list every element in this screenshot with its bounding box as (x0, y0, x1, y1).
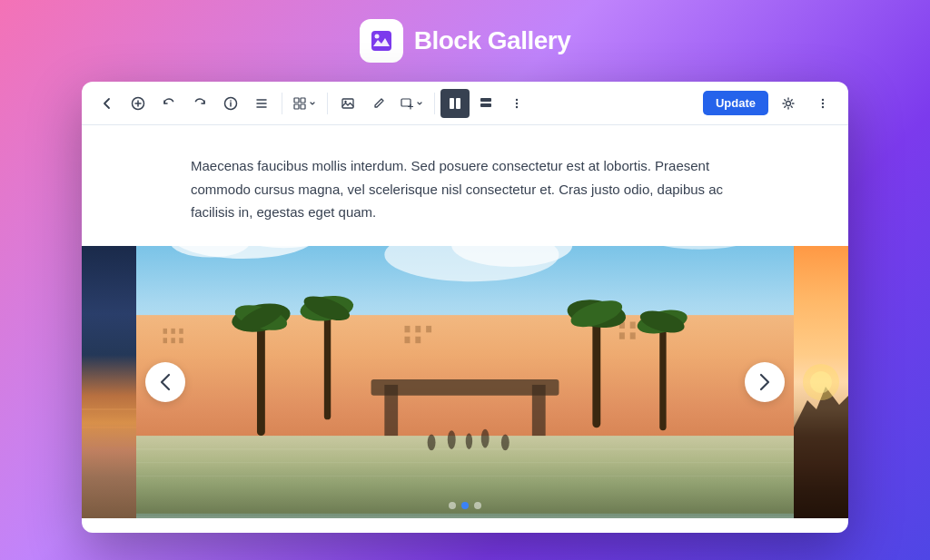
svg-point-18 (516, 102, 518, 103)
toolbar-divider-3 (434, 93, 435, 114)
svg-rect-43 (405, 325, 411, 331)
toolbar-nav-group (93, 89, 276, 118)
svg-rect-55 (532, 384, 546, 437)
add-block-button[interactable] (124, 89, 153, 118)
toolbar-divider-2 (327, 93, 328, 114)
svg-rect-9 (301, 104, 305, 109)
gallery-main-image (136, 246, 794, 518)
svg-rect-56 (257, 321, 265, 436)
gallery-block (82, 246, 848, 518)
list-view-button[interactable] (247, 89, 276, 118)
svg-rect-46 (405, 336, 411, 342)
svg-point-20 (787, 101, 791, 105)
strip-view-button[interactable] (471, 89, 500, 118)
svg-rect-60 (324, 312, 331, 419)
svg-point-74 (448, 430, 456, 449)
water-sunset-image (82, 246, 136, 518)
svg-rect-51 (619, 332, 625, 339)
svg-rect-7 (301, 98, 305, 103)
svg-rect-52 (630, 332, 636, 339)
svg-rect-13 (450, 98, 454, 109)
svg-point-86 (810, 371, 832, 393)
svg-rect-12 (401, 99, 411, 106)
gallery-dots (449, 502, 481, 509)
svg-point-17 (516, 98, 518, 100)
svg-rect-24 (82, 246, 136, 518)
app-title: Block Gallery (414, 26, 570, 55)
svg-point-23 (822, 105, 824, 107)
svg-rect-49 (630, 321, 636, 328)
svg-point-21 (822, 98, 824, 100)
svg-rect-47 (415, 336, 420, 342)
editor-content: Maecenas faucibus mollis interdum. Sed p… (82, 125, 848, 533)
svg-rect-40 (163, 338, 167, 343)
image-add-button[interactable] (395, 89, 429, 118)
update-button[interactable]: Update (703, 91, 768, 115)
info-button[interactable] (216, 89, 245, 118)
svg-rect-8 (294, 104, 299, 109)
undo-button[interactable] (154, 89, 183, 118)
svg-point-19 (516, 105, 518, 107)
svg-rect-45 (426, 325, 431, 331)
svg-point-11 (344, 100, 346, 102)
text-above-gallery[interactable]: Maecenas faucibus mollis interdum. Sed p… (191, 154, 739, 224)
gallery-side-image-right (794, 246, 848, 518)
svg-rect-42 (179, 338, 183, 343)
svg-rect-66 (659, 325, 666, 429)
svg-rect-1 (371, 31, 391, 51)
svg-rect-15 (480, 98, 491, 102)
gallery-next-button[interactable] (745, 362, 785, 402)
redo-button[interactable] (185, 89, 214, 118)
gallery-side-image-left (82, 246, 136, 518)
svg-point-5 (230, 100, 232, 102)
svg-point-22 (822, 102, 824, 103)
svg-point-77 (501, 434, 510, 450)
svg-rect-54 (384, 384, 398, 437)
toolbar-more-button[interactable] (808, 89, 837, 118)
toolbar-block-group (288, 89, 531, 118)
toolbar-right: Update (703, 89, 837, 118)
svg-point-2 (374, 34, 379, 39)
svg-rect-39 (179, 328, 183, 333)
toolbar-divider-1 (282, 93, 282, 114)
svg-rect-44 (415, 325, 420, 331)
svg-rect-37 (163, 328, 167, 333)
svg-rect-63 (592, 318, 600, 427)
gallery-prev-button[interactable] (145, 362, 185, 402)
gallery-dot-2[interactable] (461, 502, 469, 509)
svg-point-76 (481, 428, 490, 447)
svg-point-75 (466, 433, 472, 449)
svg-rect-16 (480, 103, 491, 107)
svg-rect-41 (171, 338, 174, 343)
gallery-dot-3[interactable] (474, 502, 481, 509)
image-button[interactable] (333, 89, 362, 118)
app-logo (360, 19, 403, 63)
grid-button[interactable] (288, 89, 322, 118)
back-button[interactable] (93, 89, 122, 118)
settings-button[interactable] (774, 89, 803, 118)
app-header: Block Gallery (0, 0, 930, 82)
editor-window: Update Maecenas faucibus mollis interdum… (82, 82, 848, 533)
edit-button[interactable] (364, 89, 393, 118)
svg-rect-6 (294, 98, 299, 103)
svg-rect-83 (136, 513, 794, 517)
gallery-dot-1[interactable] (449, 502, 456, 509)
toolbar: Update (82, 82, 848, 125)
svg-rect-14 (456, 98, 460, 109)
svg-rect-10 (342, 99, 353, 108)
svg-rect-38 (171, 328, 174, 333)
svg-rect-53 (371, 379, 559, 396)
block-view-button[interactable] (440, 89, 470, 118)
more-options-button[interactable] (502, 89, 531, 118)
svg-point-73 (428, 434, 436, 450)
